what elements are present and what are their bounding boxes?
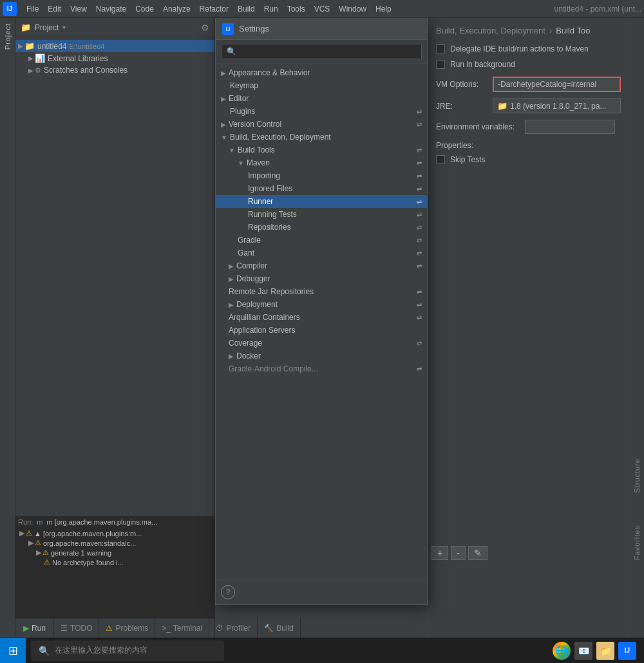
nav-remote-jar[interactable]: Remote Jar Repositories ⇄: [216, 285, 427, 298]
edit-property-button[interactable]: ✎: [468, 546, 488, 560]
nav-keymap[interactable]: Keymap: [216, 79, 427, 92]
menu-refactor[interactable]: Refactor: [195, 3, 233, 15]
project-label: Project: [35, 23, 59, 32]
run-icon: m: [37, 518, 43, 526]
nav-maven[interactable]: ▼ Maven ⇄: [216, 156, 427, 169]
run-play-icon: ▶: [23, 624, 29, 633]
nav-build-tools[interactable]: ▼ Build Tools ⇄: [216, 144, 427, 156]
bottom-tabs-bar: ▶ Run ☰ TODO ⚠ Problems >_ Terminal ⏱ Pr…: [15, 618, 214, 637]
nav-importing[interactable]: Importing ⇄: [216, 169, 427, 182]
properties-label: Properties:: [436, 141, 473, 150]
nav-gradle-android[interactable]: Gradle-Android Compile... ⇄: [216, 362, 427, 375]
tree-item-external-libs[interactable]: ▶ 📊 External Libraries: [15, 52, 214, 64]
nav-app-servers[interactable]: Application Servers: [216, 324, 427, 337]
sync-icon-ignored: ⇄: [417, 185, 422, 192]
run-tree-item-4: ⚠ No archetype found i...: [18, 557, 212, 567]
run-tree-label-3: generate 1 warning: [51, 549, 111, 557]
menu-vcs[interactable]: VCS: [310, 3, 335, 15]
nav-deployment[interactable]: ▶ Deployment ⇄: [216, 298, 427, 311]
sync-icon-remote-jar: ⇄: [417, 288, 422, 295]
run-tree-item-1: ▶ ⚠ ▲ [org.apache.maven.plugins:m...: [18, 528, 212, 538]
nav-gradle[interactable]: Gradle ⇄: [216, 234, 427, 247]
settings-help-button[interactable]: ?: [216, 579, 427, 604]
nav-docker[interactable]: ▶ Docker: [216, 350, 427, 362]
nav-debugger[interactable]: ▶ Debugger: [216, 272, 427, 285]
nav-arrow-appearance: ▶: [221, 70, 226, 77]
tab-profiler[interactable]: ⏱ Profiler: [209, 619, 258, 638]
untitled4-label: untitled4: [37, 42, 66, 51]
tab-build[interactable]: 🔨 Build: [258, 619, 301, 638]
nav-version-control[interactable]: ▶ Version Control ⇄: [216, 118, 427, 131]
add-property-button[interactable]: +: [431, 546, 448, 560]
tree-item-scratches[interactable]: ▶ ⚙ Scratches and Consoles: [15, 64, 214, 76]
breadcrumb-end: Build Too: [556, 26, 590, 35]
settings-title: Settings: [239, 24, 269, 33]
nav-editor[interactable]: ▶ Editor: [216, 92, 427, 105]
menu-help[interactable]: Help: [371, 3, 396, 15]
jre-value-container[interactable]: 📁 1.8 (version 1.8.0_271, pa...: [493, 98, 621, 113]
taskbar-chrome-icon[interactable]: 🌐: [553, 642, 571, 660]
menu-window[interactable]: Window: [334, 3, 371, 15]
tab-run[interactable]: ▶ Run: [15, 619, 54, 638]
taskbar-start-button[interactable]: ⊞: [0, 638, 26, 664]
menu-tools[interactable]: Tools: [283, 3, 310, 15]
tab-problems[interactable]: ⚠ Problems: [99, 619, 155, 638]
taskbar-intellij-icon[interactable]: IJ: [618, 642, 636, 660]
nav-build-exec[interactable]: ▼ Build, Execution, Deployment: [216, 131, 427, 144]
nav-arrow-bt: ▼: [229, 147, 235, 154]
env-vars-input[interactable]: [525, 120, 615, 134]
project-dropdown-arrow[interactable]: ▾: [62, 24, 66, 31]
scratches-label: Scratches and Consoles: [44, 66, 128, 75]
project-panel-header[interactable]: 📁 Project ▾ ⚙: [15, 18, 214, 37]
menu-code[interactable]: Code: [131, 3, 158, 15]
delegate-checkbox[interactable]: [436, 44, 445, 53]
menu-edit[interactable]: Edit: [43, 3, 66, 15]
nav-coverage[interactable]: Coverage ⇄: [216, 337, 427, 350]
settings-right-panel: Build, Execution, Deployment › Build Too…: [428, 18, 629, 637]
nav-ignored-files[interactable]: Ignored Files ⇄: [216, 182, 427, 195]
nav-running-tests[interactable]: Running Tests ⇄: [216, 208, 427, 221]
taskbar-icon-2[interactable]: 📧: [574, 642, 592, 660]
menu-file[interactable]: File: [22, 3, 43, 15]
breadcrumb-start: Build, Execution, Deployment: [436, 26, 545, 35]
nav-arquillian[interactable]: Arquillian Containers ⇄: [216, 311, 427, 324]
menu-build[interactable]: Build: [233, 3, 260, 15]
sync-icon-gradle-android: ⇄: [417, 366, 422, 373]
env-vars-label: Environment variables:: [436, 122, 520, 131]
sync-icon-running-tests: ⇄: [417, 211, 422, 218]
nav-plugins[interactable]: Plugins ⇄: [216, 105, 427, 118]
settings-search-input[interactable]: [221, 44, 422, 59]
tree-item-untitled4[interactable]: ▶ 📁 untitled4 E:\untitled4: [15, 40, 214, 52]
tab-todo[interactable]: ☰ TODO: [54, 619, 99, 638]
nav-runner[interactable]: Runner ⇄: [216, 195, 427, 208]
menu-run[interactable]: Run: [260, 3, 283, 15]
menu-analyze[interactable]: Analyze: [158, 3, 195, 15]
taskbar-search-bar[interactable]: 🔍 在这里输入您要搜索的内容: [31, 640, 224, 661]
menu-view[interactable]: View: [66, 3, 91, 15]
nav-compiler[interactable]: ▶ Compiler ⇄: [216, 259, 427, 272]
build-icon: 🔨: [264, 624, 274, 633]
structure-vertical-label[interactable]: Structure: [633, 458, 641, 493]
run-tree-item-3: ▶ ⚠ generate 1 warning: [18, 548, 212, 557]
menu-navigate[interactable]: Navigate: [91, 3, 131, 15]
taskbar-icon-3[interactable]: 📁: [596, 642, 614, 660]
skip-tests-row: Skip Tests: [436, 155, 621, 164]
tab-terminal[interactable]: >_ Terminal: [155, 619, 209, 638]
sync-icon-coverage: ⇄: [417, 340, 422, 347]
sync-icon-repos: ⇄: [417, 224, 422, 231]
project-settings-icon[interactable]: ⚙: [201, 23, 209, 33]
nav-gant[interactable]: Gant ⇄: [216, 247, 427, 259]
skip-tests-checkbox[interactable]: [436, 155, 445, 164]
sync-icon-gradle: ⇄: [417, 237, 422, 244]
sync-icon-vc: ⇄: [417, 121, 422, 128]
run-tree-label-2: org.apache.maven:standalc...: [43, 539, 136, 547]
nav-repositories[interactable]: Repositories ⇄: [216, 221, 427, 234]
nav-appearance[interactable]: ▶ Appearance & Behavior: [216, 66, 427, 79]
run-panel: Run: m m [org.apache.maven.plugins:ma...…: [15, 515, 214, 618]
favorites-vertical-label[interactable]: Favorites: [633, 525, 641, 560]
remove-property-button[interactable]: -: [451, 546, 466, 560]
vm-options-input[interactable]: [493, 77, 621, 92]
run-bg-checkbox[interactable]: [436, 60, 445, 69]
run-tree-item-2: ▶ ⚠ org.apache.maven:standalc...: [18, 538, 212, 548]
env-vars-row: Environment variables:: [436, 120, 621, 134]
